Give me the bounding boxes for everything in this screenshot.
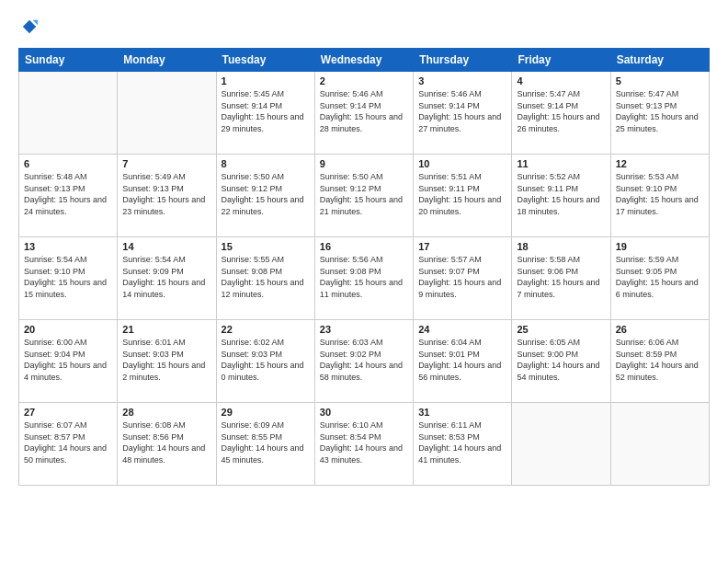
header [18, 18, 710, 35]
day-number: 3 [418, 75, 506, 86]
calendar-cell: 26Sunrise: 6:06 AM Sunset: 8:59 PM Dayli… [610, 320, 709, 403]
day-info: Sunrise: 5:45 AM Sunset: 9:14 PM Dayligh… [222, 88, 310, 134]
calendar-cell: 4Sunrise: 5:47 AM Sunset: 9:14 PM Daylig… [512, 72, 610, 155]
day-info: Sunrise: 5:54 AM Sunset: 9:09 PM Dayligh… [122, 254, 210, 300]
day-info: Sunrise: 5:50 AM Sunset: 9:12 PM Dayligh… [320, 171, 408, 217]
calendar-cell: 8Sunrise: 5:50 AM Sunset: 9:12 PM Daylig… [216, 155, 314, 237]
day-info: Sunrise: 5:58 AM Sunset: 9:06 PM Dayligh… [517, 254, 605, 300]
calendar-cell: 12Sunrise: 5:53 AM Sunset: 9:10 PM Dayli… [610, 155, 709, 237]
day-number: 24 [418, 324, 506, 335]
calendar-week-1: 6Sunrise: 5:48 AM Sunset: 9:13 PM Daylig… [19, 155, 710, 237]
day-info: Sunrise: 6:05 AM Sunset: 9:00 PM Dayligh… [517, 337, 605, 383]
calendar-cell [19, 72, 118, 155]
day-number: 8 [222, 158, 310, 169]
calendar-cell: 17Sunrise: 5:57 AM Sunset: 9:07 PM Dayli… [414, 237, 512, 320]
day-info: Sunrise: 5:59 AM Sunset: 9:05 PM Dayligh… [616, 254, 704, 300]
calendar-header-sunday: Sunday [19, 49, 118, 72]
day-number: 20 [24, 324, 112, 335]
calendar-week-2: 13Sunrise: 5:54 AM Sunset: 9:10 PM Dayli… [19, 237, 710, 320]
day-number: 18 [517, 241, 605, 252]
logo-icon [21, 18, 38, 35]
calendar-cell: 5Sunrise: 5:47 AM Sunset: 9:13 PM Daylig… [610, 72, 709, 155]
day-info: Sunrise: 6:02 AM Sunset: 9:03 PM Dayligh… [222, 337, 310, 383]
day-number: 14 [122, 241, 210, 252]
calendar-cell: 3Sunrise: 5:46 AM Sunset: 9:14 PM Daylig… [414, 72, 512, 155]
svg-marker-0 [23, 20, 36, 33]
calendar-cell: 19Sunrise: 5:59 AM Sunset: 9:05 PM Dayli… [610, 237, 709, 320]
day-number: 1 [222, 75, 310, 86]
calendar-cell: 11Sunrise: 5:52 AM Sunset: 9:11 PM Dayli… [512, 155, 610, 237]
calendar-header-wednesday: Wednesday [314, 49, 413, 72]
day-number: 23 [320, 324, 408, 335]
day-info: Sunrise: 6:01 AM Sunset: 9:03 PM Dayligh… [122, 337, 210, 383]
day-number: 25 [517, 324, 605, 335]
day-number: 22 [222, 324, 310, 335]
day-number: 15 [222, 241, 310, 252]
calendar-cell: 29Sunrise: 6:09 AM Sunset: 8:55 PM Dayli… [216, 403, 314, 486]
day-info: Sunrise: 5:46 AM Sunset: 9:14 PM Dayligh… [320, 88, 408, 134]
day-number: 27 [24, 407, 112, 418]
calendar-header-friday: Friday [512, 49, 610, 72]
calendar-cell: 20Sunrise: 6:00 AM Sunset: 9:04 PM Dayli… [19, 320, 118, 403]
calendar-cell: 24Sunrise: 6:04 AM Sunset: 9:01 PM Dayli… [414, 320, 512, 403]
day-number: 9 [320, 158, 408, 169]
day-info: Sunrise: 5:55 AM Sunset: 9:08 PM Dayligh… [222, 254, 310, 300]
day-info: Sunrise: 5:46 AM Sunset: 9:14 PM Dayligh… [418, 88, 506, 134]
page: SundayMondayTuesdayWednesdayThursdayFrid… [0, 0, 728, 495]
day-info: Sunrise: 6:06 AM Sunset: 8:59 PM Dayligh… [616, 337, 704, 383]
calendar-cell [118, 72, 216, 155]
calendar-cell: 31Sunrise: 6:11 AM Sunset: 8:53 PM Dayli… [414, 403, 512, 486]
calendar-cell: 30Sunrise: 6:10 AM Sunset: 8:54 PM Dayli… [314, 403, 413, 486]
day-info: Sunrise: 5:50 AM Sunset: 9:12 PM Dayligh… [222, 171, 310, 217]
calendar-cell: 21Sunrise: 6:01 AM Sunset: 9:03 PM Dayli… [118, 320, 216, 403]
day-info: Sunrise: 6:07 AM Sunset: 8:57 PM Dayligh… [24, 419, 112, 465]
calendar-header-tuesday: Tuesday [216, 49, 314, 72]
day-number: 31 [418, 407, 506, 418]
calendar-cell: 23Sunrise: 6:03 AM Sunset: 9:02 PM Dayli… [314, 320, 413, 403]
day-info: Sunrise: 5:47 AM Sunset: 9:13 PM Dayligh… [616, 88, 704, 134]
day-info: Sunrise: 5:52 AM Sunset: 9:11 PM Dayligh… [517, 171, 605, 217]
day-info: Sunrise: 5:53 AM Sunset: 9:10 PM Dayligh… [616, 171, 704, 217]
day-info: Sunrise: 5:57 AM Sunset: 9:07 PM Dayligh… [418, 254, 506, 300]
logo [18, 18, 38, 35]
calendar-cell [512, 403, 610, 486]
day-info: Sunrise: 6:10 AM Sunset: 8:54 PM Dayligh… [320, 419, 408, 465]
calendar-cell: 14Sunrise: 5:54 AM Sunset: 9:09 PM Dayli… [118, 237, 216, 320]
day-number: 11 [517, 158, 605, 169]
calendar-header-thursday: Thursday [414, 49, 512, 72]
calendar-cell: 25Sunrise: 6:05 AM Sunset: 9:00 PM Dayli… [512, 320, 610, 403]
day-info: Sunrise: 6:09 AM Sunset: 8:55 PM Dayligh… [222, 419, 310, 465]
calendar-body: 1Sunrise: 5:45 AM Sunset: 9:14 PM Daylig… [19, 72, 710, 486]
day-number: 19 [616, 241, 704, 252]
calendar-cell: 22Sunrise: 6:02 AM Sunset: 9:03 PM Dayli… [216, 320, 314, 403]
day-number: 4 [517, 75, 605, 86]
day-info: Sunrise: 6:08 AM Sunset: 8:56 PM Dayligh… [122, 419, 210, 465]
day-number: 26 [616, 324, 704, 335]
day-number: 29 [222, 407, 310, 418]
calendar-header-saturday: Saturday [610, 49, 709, 72]
calendar-week-0: 1Sunrise: 5:45 AM Sunset: 9:14 PM Daylig… [19, 72, 710, 155]
day-info: Sunrise: 6:04 AM Sunset: 9:01 PM Dayligh… [418, 337, 506, 383]
day-info: Sunrise: 5:47 AM Sunset: 9:14 PM Dayligh… [517, 88, 605, 134]
calendar-week-4: 27Sunrise: 6:07 AM Sunset: 8:57 PM Dayli… [19, 403, 710, 486]
calendar-cell: 16Sunrise: 5:56 AM Sunset: 9:08 PM Dayli… [314, 237, 413, 320]
day-number: 21 [122, 324, 210, 335]
calendar-cell: 27Sunrise: 6:07 AM Sunset: 8:57 PM Dayli… [19, 403, 118, 486]
day-number: 30 [320, 407, 408, 418]
day-info: Sunrise: 5:49 AM Sunset: 9:13 PM Dayligh… [122, 171, 210, 217]
calendar-header-row: SundayMondayTuesdayWednesdayThursdayFrid… [19, 49, 710, 72]
calendar-cell: 7Sunrise: 5:49 AM Sunset: 9:13 PM Daylig… [118, 155, 216, 237]
day-number: 6 [24, 158, 112, 169]
calendar-cell: 15Sunrise: 5:55 AM Sunset: 9:08 PM Dayli… [216, 237, 314, 320]
calendar-cell: 28Sunrise: 6:08 AM Sunset: 8:56 PM Dayli… [118, 403, 216, 486]
day-info: Sunrise: 6:11 AM Sunset: 8:53 PM Dayligh… [418, 419, 506, 465]
day-info: Sunrise: 5:51 AM Sunset: 9:11 PM Dayligh… [418, 171, 506, 217]
calendar-cell: 13Sunrise: 5:54 AM Sunset: 9:10 PM Dayli… [19, 237, 118, 320]
day-number: 5 [616, 75, 704, 86]
calendar-cell: 18Sunrise: 5:58 AM Sunset: 9:06 PM Dayli… [512, 237, 610, 320]
day-number: 2 [320, 75, 408, 86]
day-info: Sunrise: 5:56 AM Sunset: 9:08 PM Dayligh… [320, 254, 408, 300]
day-info: Sunrise: 5:54 AM Sunset: 9:10 PM Dayligh… [24, 254, 112, 300]
day-number: 17 [418, 241, 506, 252]
calendar-week-3: 20Sunrise: 6:00 AM Sunset: 9:04 PM Dayli… [19, 320, 710, 403]
